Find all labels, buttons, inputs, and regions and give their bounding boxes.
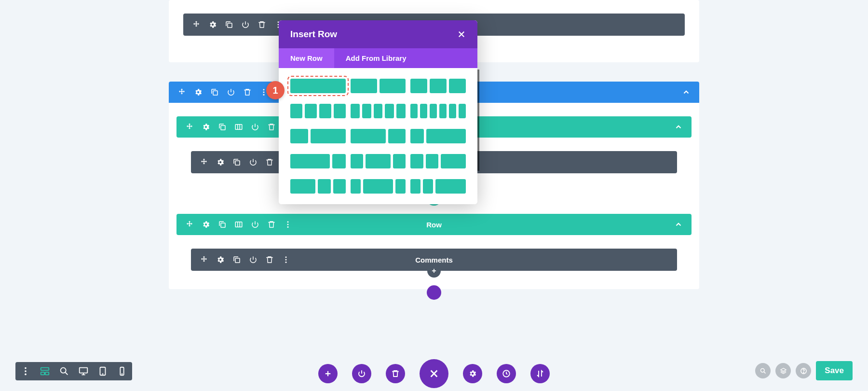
row-toolbar — [185, 123, 292, 131]
svg-rect-0 — [228, 23, 232, 28]
row-toolbar — [185, 220, 292, 229]
module-bar-comments[interactable]: Comments — [191, 249, 677, 271]
tab-new-row[interactable]: New Row — [279, 48, 334, 68]
power-button[interactable] — [352, 364, 371, 383]
more-icon[interactable] — [282, 255, 290, 264]
trash-button[interactable] — [386, 364, 405, 383]
columns-icon[interactable] — [234, 220, 243, 229]
trash-icon[interactable] — [243, 88, 252, 97]
gear-icon[interactable] — [216, 255, 225, 264]
add-button-peek[interactable] — [427, 285, 441, 300]
svg-point-28 — [25, 374, 27, 376]
columns-icon[interactable] — [234, 123, 243, 131]
duplicate-icon[interactable] — [225, 20, 233, 29]
add-module-button[interactable] — [427, 264, 441, 278]
move-icon[interactable] — [185, 220, 194, 229]
svg-rect-18 — [235, 222, 242, 227]
svg-rect-33 — [80, 368, 88, 373]
chevron-up-icon[interactable] — [682, 88, 691, 97]
svg-point-26 — [25, 367, 27, 369]
modal-title: Insert Row — [290, 29, 337, 40]
desktop-icon[interactable] — [78, 366, 89, 377]
gear-icon[interactable] — [216, 158, 225, 167]
layout-option[interactable] — [410, 154, 466, 168]
svg-point-39 — [760, 368, 764, 372]
help-button[interactable] — [796, 363, 811, 378]
power-icon[interactable] — [249, 255, 258, 264]
power-icon[interactable] — [249, 158, 258, 167]
svg-rect-30 — [41, 372, 44, 375]
chevron-up-icon[interactable] — [674, 123, 683, 131]
svg-rect-13 — [235, 161, 240, 165]
duplicate-icon[interactable] — [232, 158, 241, 167]
layout-option[interactable] — [410, 104, 466, 118]
svg-point-37 — [122, 374, 122, 374]
wireframe-view-icon[interactable] — [40, 366, 50, 377]
modal-header[interactable]: Insert Row — [279, 20, 477, 48]
duplicate-icon[interactable] — [232, 255, 241, 264]
layout-option[interactable] — [410, 179, 466, 194]
gear-icon[interactable] — [194, 88, 203, 97]
move-icon[interactable] — [185, 123, 194, 131]
search-button[interactable] — [755, 363, 771, 378]
zoom-icon[interactable] — [59, 366, 69, 377]
move-icon[interactable] — [200, 158, 208, 167]
close-icon[interactable] — [457, 30, 466, 39]
gear-icon[interactable] — [208, 20, 217, 29]
duplicate-icon[interactable] — [218, 123, 227, 131]
more-icon[interactable] — [20, 366, 31, 377]
gear-icon[interactable] — [202, 123, 210, 131]
trash-icon[interactable] — [267, 220, 276, 229]
layout-option[interactable] — [351, 104, 406, 118]
svg-point-21 — [287, 226, 289, 228]
duplicate-icon[interactable] — [210, 88, 219, 97]
trash-icon[interactable] — [267, 123, 276, 131]
chevron-up-icon[interactable] — [674, 220, 683, 229]
section-toolbar — [177, 88, 268, 97]
more-icon[interactable] — [284, 220, 292, 229]
layers-button[interactable] — [775, 363, 791, 378]
layout-option[interactable] — [290, 179, 346, 194]
power-icon[interactable] — [241, 20, 250, 29]
layout-option[interactable] — [290, 154, 346, 168]
gear-icon[interactable] — [202, 220, 210, 229]
layout-option[interactable] — [351, 129, 406, 143]
layout-grid — [290, 79, 466, 194]
layout-option[interactable] — [290, 79, 346, 93]
power-icon[interactable] — [251, 220, 259, 229]
duplicate-icon[interactable] — [218, 220, 227, 229]
layout-option[interactable] — [351, 79, 406, 93]
power-icon[interactable] — [251, 123, 259, 131]
move-icon[interactable] — [200, 255, 208, 264]
svg-point-7 — [263, 94, 265, 96]
svg-point-41 — [803, 372, 804, 373]
layout-option[interactable] — [290, 129, 346, 143]
layout-option[interactable] — [410, 129, 466, 143]
power-icon[interactable] — [227, 88, 235, 97]
trash-icon[interactable] — [265, 255, 274, 264]
add-button[interactable] — [318, 364, 338, 383]
layout-option[interactable] — [290, 104, 346, 118]
history-button[interactable] — [497, 364, 516, 383]
layout-option[interactable] — [351, 179, 406, 194]
modal-tabs: New Row Add From Library — [279, 48, 477, 68]
move-icon[interactable] — [177, 88, 186, 97]
save-button[interactable]: Save — [816, 361, 853, 380]
sort-button[interactable] — [530, 364, 550, 383]
trash-icon[interactable] — [265, 158, 274, 167]
svg-rect-9 — [235, 125, 242, 130]
builder-bottom-right-toolbar: Save — [755, 361, 853, 380]
phone-icon[interactable] — [117, 366, 127, 377]
trash-icon[interactable] — [258, 20, 266, 29]
layout-option[interactable] — [410, 79, 466, 93]
svg-point-20 — [287, 224, 289, 225]
close-builder-button[interactable] — [420, 359, 448, 388]
settings-button[interactable] — [463, 364, 482, 383]
move-icon[interactable] — [192, 20, 201, 29]
tablet-icon[interactable] — [97, 366, 108, 377]
row-bar[interactable]: Row — [176, 214, 692, 235]
svg-point-24 — [285, 259, 287, 261]
tab-add-from-library[interactable]: Add From Library — [334, 48, 418, 68]
svg-rect-8 — [221, 126, 225, 130]
layout-option[interactable] — [351, 154, 406, 168]
